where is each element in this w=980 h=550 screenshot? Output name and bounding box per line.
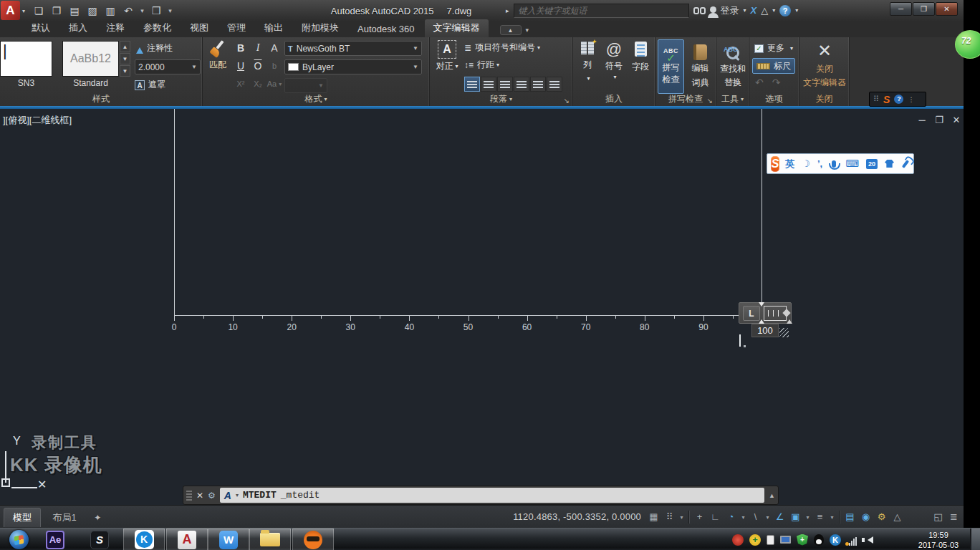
tab-stop-button[interactable]: L: [743, 306, 760, 321]
paragraph-dialog-launcher[interactable]: ↘: [564, 97, 570, 105]
ribbon-tab-manage[interactable]: 管理: [218, 19, 254, 37]
minimize-button[interactable]: ─: [890, 2, 912, 16]
ribbon-tab-view[interactable]: 视图: [181, 19, 217, 37]
signin-caret-icon[interactable]: ▾: [744, 4, 746, 18]
sogou-skin-icon[interactable]: [885, 160, 894, 168]
style-gallery-expand-button[interactable]: ▼: [120, 65, 130, 77]
snap-caret-icon[interactable]: ▾: [678, 514, 685, 521]
taskbar-clock[interactable]: 19:59 2017-05-03: [911, 530, 966, 550]
device-clipboard-tray-icon[interactable]: [767, 535, 774, 545]
annotative-toggle[interactable]: 注释性: [136, 42, 173, 54]
sogou-settings-wrench-icon[interactable]: [902, 160, 910, 168]
spellcheck-dialog-launcher[interactable]: ↘: [707, 97, 713, 105]
style-scroll-down-button[interactable]: ▼: [120, 53, 130, 64]
file-explorer-app[interactable]: [249, 529, 291, 550]
panel-label-insert[interactable]: 插入: [573, 93, 655, 105]
sogou-more-caret-icon[interactable]: ⋮: [908, 96, 914, 103]
ribbon-tab-home[interactable]: 默认: [23, 19, 59, 37]
isometric-drafting-icon[interactable]: \: [749, 508, 762, 526]
field-button[interactable]: 字段: [628, 42, 653, 73]
workspace-switching-icon[interactable]: ⚙: [875, 508, 888, 526]
match-properties-button[interactable]: 匹配: [205, 40, 231, 71]
object-snap-icon[interactable]: ▣: [789, 508, 802, 526]
command-input[interactable]: A ▾ MTEDIT _mtedit: [220, 488, 764, 503]
new-layout-button[interactable]: ✦: [88, 510, 107, 526]
wangwang-app[interactable]: [292, 529, 334, 550]
autocad-app[interactable]: A: [166, 529, 208, 550]
qat-undo-icon[interactable]: ↶: [121, 3, 135, 19]
resize-hatch-grip[interactable]: [779, 328, 789, 337]
ribbon-minimize-caret-icon[interactable]: ▾: [526, 26, 529, 34]
osnap-caret-icon[interactable]: ▾: [804, 514, 811, 521]
qat-plot-icon[interactable]: ▥: [103, 3, 117, 19]
mtext-left-boundary[interactable]: [174, 109, 175, 315]
wps-writer-app[interactable]: W: [208, 529, 249, 550]
iso-caret-icon[interactable]: ▾: [764, 514, 771, 521]
panel-label-format[interactable]: 格式: [203, 93, 429, 105]
sogou-mode-english[interactable]: 英: [785, 158, 794, 170]
communication-center-icon[interactable]: △: [761, 4, 768, 18]
qat-undo-caret-icon[interactable]: ▾: [139, 3, 145, 19]
panel-label-tools[interactable]: 工具: [716, 93, 749, 105]
model-tab[interactable]: 模型: [4, 508, 41, 527]
signin-user-icon[interactable]: [710, 6, 716, 13]
app-menu-caret-icon[interactable]: ▾: [22, 8, 25, 14]
ribbon-tab-annotate[interactable]: 注释: [97, 19, 133, 37]
annotation-scale-icon[interactable]: ◉: [859, 508, 873, 526]
text-style-preview-standard[interactable]: AaBb12: [62, 41, 119, 77]
sogou-help-icon[interactable]: ?: [894, 95, 903, 104]
align-default-button[interactable]: [464, 77, 480, 92]
command-recent-caret-icon[interactable]: ▾: [236, 492, 239, 498]
find-replace-button[interactable]: ABC 查找和 替换: [718, 39, 748, 94]
style-name-current[interactable]: SN3: [0, 78, 52, 88]
bullets-numbering-button[interactable]: ≣ 项目符号和编号: [464, 42, 540, 54]
show-desktop-button[interactable]: [970, 529, 980, 550]
paragraph-indent-grip[interactable]: [759, 317, 764, 324]
customization-menu-icon[interactable]: ≣: [947, 508, 961, 526]
underline-button[interactable]: U: [233, 58, 249, 74]
annotation-monitor-icon[interactable]: △: [890, 508, 904, 526]
ribbon-tab-autodesk-360[interactable]: Autodesk 360: [349, 21, 423, 37]
wangwang-tray-icon[interactable]: [732, 534, 744, 546]
ruler-toggle-button[interactable]: 标尺: [752, 58, 795, 74]
font-combo[interactable]: T NewsGoth BT ▼: [284, 41, 422, 56]
panel-label-style[interactable]: 样式: [0, 93, 202, 105]
panel-label-close[interactable]: 关闭: [799, 93, 849, 105]
color-combo[interactable]: ByLayer ▼: [284, 59, 422, 74]
overline-button[interactable]: O: [250, 58, 266, 74]
ribbon-tab-insert[interactable]: 插入: [60, 19, 96, 37]
sogou-keyboard-icon[interactable]: ⌨: [845, 158, 859, 169]
sogou-pinyin-app[interactable]: S: [79, 529, 120, 550]
help-caret-icon[interactable]: ▾: [795, 4, 798, 18]
viewport-controls[interactable]: ][俯视][二维线框]: [3, 114, 72, 127]
edit-dictionaries-button[interactable]: 编辑 词典: [687, 39, 714, 94]
doc-close-button[interactable]: ✕: [948, 115, 964, 125]
layout1-tab[interactable]: 布局1: [44, 508, 85, 527]
drawing-area[interactable]: ][俯视][二维线框] ─ ❐ ✕ 0102030405060708090100…: [0, 109, 964, 505]
oblique-angle-field[interactable]: ▼: [284, 78, 327, 93]
polar-caret-icon[interactable]: ▾: [740, 514, 746, 521]
ribbon-tab-parametric[interactable]: 参数化: [135, 19, 180, 37]
start-button[interactable]: [4, 529, 33, 550]
help-icon[interactable]: ?: [779, 5, 791, 16]
safety-plus-tray-icon[interactable]: +: [749, 534, 761, 546]
sogou-anniversary-badge[interactable]: 20: [866, 159, 878, 169]
qat-save-icon[interactable]: ▤: [67, 3, 82, 19]
sogou-drag-dots-icon[interactable]: ⠿: [873, 95, 879, 104]
ribbon-tab-output[interactable]: 输出: [256, 19, 292, 37]
command-drag-grip[interactable]: [186, 491, 192, 501]
ribbon-minimize-button[interactable]: ▲: [500, 25, 522, 35]
redo-icon[interactable]: ↷: [772, 77, 781, 88]
grid-display-icon[interactable]: ▦: [647, 508, 660, 526]
restore-button[interactable]: ❐: [913, 2, 935, 16]
network-tray-icon[interactable]: [847, 534, 858, 546]
kk-recorder-app[interactable]: K: [123, 529, 165, 550]
qat-saveas-icon[interactable]: ▨: [85, 3, 100, 19]
display-tray-icon[interactable]: [780, 536, 791, 544]
exchange-apps-icon[interactable]: X: [751, 4, 757, 18]
sogou-logo-icon[interactable]: S: [883, 94, 890, 105]
align-distribute-button[interactable]: [547, 77, 562, 92]
kk-tray-icon[interactable]: K: [830, 534, 841, 546]
lineweight-caret-icon[interactable]: ▾: [829, 514, 835, 521]
snap-mode-icon[interactable]: ⠿: [663, 508, 676, 526]
